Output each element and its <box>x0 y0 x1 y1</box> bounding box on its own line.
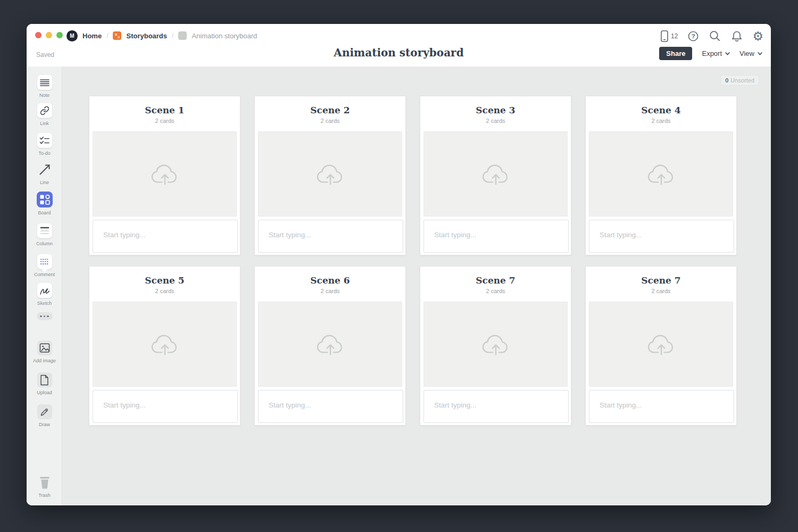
sidebar-item-label: Board <box>38 210 51 215</box>
breadcrumb-storyboards[interactable]: Storyboards <box>126 32 167 40</box>
comment-icon <box>37 254 52 269</box>
scene-card[interactable]: Scene 7 2 cards <box>420 266 571 426</box>
scene-card-count: 2 cards <box>255 288 405 294</box>
breadcrumb-current: Animation storyboard <box>192 32 257 40</box>
cloud-upload-icon <box>645 161 678 187</box>
column-icon <box>37 223 52 238</box>
image-drop-zone[interactable] <box>258 131 402 217</box>
sidebar-item-sketch[interactable]: Sketch <box>27 283 62 306</box>
image-drop-zone[interactable] <box>258 302 402 387</box>
topbar-actions: Share Export View <box>659 47 762 60</box>
image-drop-zone[interactable] <box>589 302 733 387</box>
cloud-upload-icon <box>479 331 512 357</box>
export-menu[interactable]: Export <box>702 49 730 57</box>
help-icon: ? <box>687 30 700 43</box>
phone-badge-count: 12 <box>671 32 678 40</box>
unsorted-badge[interactable]: 0 Unsorted <box>720 75 759 86</box>
board-canvas[interactable]: Note Link To-do <box>27 66 771 505</box>
scene-card-count: 2 cards <box>586 118 736 124</box>
sidebar-item-column[interactable]: Column <box>27 223 62 246</box>
image-drop-zone[interactable] <box>423 302 568 387</box>
phone-icon <box>661 30 668 42</box>
view-menu[interactable]: View <box>739 49 762 57</box>
line-icon <box>37 162 52 177</box>
sidebar-item-label: Comment <box>34 272 55 277</box>
export-label: Export <box>702 49 722 57</box>
search-button[interactable] <box>709 30 721 43</box>
gear-icon: ⚙ <box>752 30 763 43</box>
maximize-button[interactable] <box>56 32 63 38</box>
image-drop-zone[interactable] <box>93 131 237 217</box>
sidebar-item-label: Add image <box>33 358 56 363</box>
scene-text-input[interactable] <box>423 390 569 423</box>
scene-title: Scene 1 <box>89 105 240 115</box>
unsorted-label: Unsorted <box>730 77 754 84</box>
sidebar-item-label: Upload <box>37 390 52 395</box>
sidebar-item-more[interactable] <box>27 312 62 320</box>
scene-card-count: 2 cards <box>255 118 405 124</box>
scene-text-input[interactable] <box>93 220 238 253</box>
cloud-upload-icon <box>314 161 347 187</box>
scene-card-count: 2 cards <box>420 288 571 294</box>
scene-title: Scene 6 <box>255 275 405 286</box>
minimize-button[interactable] <box>46 32 52 38</box>
bell-icon <box>730 30 743 43</box>
board-icon <box>37 192 53 207</box>
close-button[interactable] <box>35 32 41 38</box>
image-drop-zone[interactable] <box>589 131 733 217</box>
sidebar-item-comment[interactable]: Comment <box>27 254 62 277</box>
sidebar-item-line[interactable]: Line <box>27 162 62 185</box>
help-button[interactable]: ? <box>687 30 700 43</box>
scene-text-input[interactable] <box>93 390 238 423</box>
scene-text-input[interactable] <box>589 390 734 423</box>
window-controls <box>35 32 63 38</box>
sidebar-item-add-image[interactable]: Add image <box>27 340 62 363</box>
scene-card[interactable]: Scene 5 2 cards <box>89 266 240 426</box>
todo-icon <box>37 133 52 148</box>
more-icon <box>37 312 53 320</box>
scene-card[interactable]: Scene 7 2 cards <box>585 266 737 426</box>
trash-icon <box>37 475 52 490</box>
scene-card-count: 2 cards <box>586 288 736 294</box>
topbar-icons: 12 ? ⚙ <box>661 28 763 44</box>
share-button[interactable]: Share <box>659 47 692 60</box>
breadcrumb-home[interactable]: Home <box>82 32 102 40</box>
scene-text-input[interactable] <box>258 390 403 423</box>
sidebar-item-trash[interactable]: Trash <box>27 475 62 498</box>
app-logo-icon[interactable]: M <box>66 30 78 41</box>
sidebar-item-todo[interactable]: To-do <box>27 133 62 156</box>
sidebar-item-board[interactable]: Board <box>27 192 62 215</box>
sidebar-item-draw[interactable]: Draw <box>27 404 62 427</box>
scene-text-input[interactable] <box>258 220 403 253</box>
current-board-icon <box>178 31 187 40</box>
scene-title: Scene 7 <box>586 275 736 286</box>
scene-card[interactable]: Scene 1 2 cards <box>89 96 240 255</box>
scene-title: Scene 2 <box>255 105 405 115</box>
scene-title: Scene 5 <box>89 275 240 286</box>
scene-card[interactable]: Scene 3 2 cards <box>420 96 571 255</box>
sidebar-item-label: Draw <box>39 422 50 427</box>
scene-card[interactable]: Scene 2 2 cards <box>254 96 406 255</box>
cloud-upload-icon <box>314 331 347 357</box>
scene-card[interactable]: Scene 4 2 cards <box>585 96 737 255</box>
image-drop-zone[interactable] <box>93 302 237 387</box>
sidebar-item-note[interactable]: Note <box>27 75 62 98</box>
scene-text-input[interactable] <box>589 220 734 253</box>
scene-title: Scene 4 <box>586 105 736 115</box>
settings-button[interactable]: ⚙ <box>752 30 763 43</box>
link-icon <box>37 103 52 118</box>
sidebar-item-upload[interactable]: Upload <box>27 372 62 395</box>
sketch-icon <box>37 283 52 298</box>
image-drop-zone[interactable] <box>423 131 568 217</box>
scene-text-input[interactable] <box>423 220 569 253</box>
unsorted-count: 0 <box>725 77 728 84</box>
sidebar-item-link[interactable]: Link <box>27 103 62 126</box>
mobile-app-button[interactable]: 12 <box>661 30 678 42</box>
scene-card[interactable]: Scene 6 2 cards <box>254 266 406 426</box>
scene-card-count: 2 cards <box>89 288 240 294</box>
upload-file-icon <box>37 372 52 387</box>
sidebar-item-label: Note <box>39 93 49 98</box>
notifications-button[interactable] <box>730 30 743 43</box>
cloud-upload-icon <box>645 331 678 357</box>
cloud-upload-icon <box>479 161 512 187</box>
